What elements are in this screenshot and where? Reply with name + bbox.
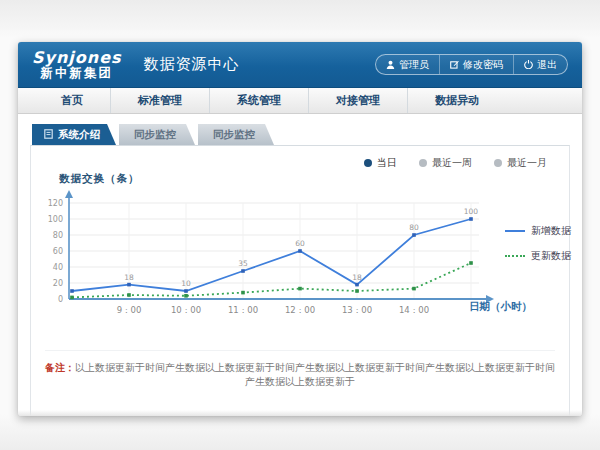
document-icon	[44, 129, 53, 141]
tab-label: 系统介绍	[58, 128, 100, 142]
edit-icon	[450, 60, 459, 69]
svg-text:18: 18	[124, 273, 134, 282]
svg-text:9：00: 9：00	[117, 305, 142, 315]
change-password-button[interactable]: 修改密码	[439, 55, 513, 74]
nav-item-label: 标准管理	[138, 93, 182, 108]
nav-item-interface-mgmt[interactable]: 对接管理	[308, 88, 407, 113]
time-range-filter: 当日 最近一周 最近一月	[31, 146, 569, 170]
svg-text:20: 20	[53, 279, 63, 288]
svg-text:80: 80	[53, 231, 63, 240]
tab-label: 同步监控	[213, 128, 255, 142]
svg-text:11：00: 11：00	[228, 305, 258, 315]
radio-label: 当日	[377, 156, 397, 170]
radio-dot-icon	[364, 159, 372, 167]
svg-text:100: 100	[48, 215, 63, 224]
radio-last-week[interactable]: 最近一周	[419, 156, 472, 170]
app-window: Synjones 新中新集团 数据资源中心 管理员 修改密码 退出	[18, 42, 582, 416]
nav-item-standard-mgmt[interactable]: 标准管理	[110, 88, 209, 113]
svg-text:10: 10	[181, 279, 191, 288]
svg-text:10：00: 10：00	[171, 305, 201, 315]
user-account-button[interactable]: 管理员	[376, 55, 439, 74]
svg-text:0: 0	[58, 295, 63, 304]
nav-item-label: 首页	[61, 93, 83, 108]
footnote: 备注：以上数据更新于时间产生数据以上数据更新于时间产生数据以上数据更新于时间产生…	[45, 350, 555, 389]
legend-label: 更新数据	[531, 249, 571, 263]
footnote-text: 以上数据更新于时间产生数据以上数据更新于时间产生数据以上数据更新于时间产生数据以…	[75, 362, 555, 387]
chart-panel: 当日 最近一周 最近一月 数据交换（条） 0204060801001209：00…	[30, 145, 570, 416]
legend-item-new-data[interactable]: 新增数据	[505, 224, 571, 238]
logo-brand-text: Synjones	[32, 50, 122, 67]
tab-label: 同步监控	[134, 128, 176, 142]
nav-item-home[interactable]: 首页	[34, 88, 110, 113]
nav-item-label: 对接管理	[336, 93, 380, 108]
main-nav: 首页 标准管理 系统管理 对接管理 数据异动	[18, 88, 582, 114]
window-bottom-edge	[18, 410, 582, 416]
svg-text:80: 80	[409, 223, 419, 232]
svg-text:60: 60	[295, 239, 305, 248]
tab-sync-monitor-2[interactable]: 同步监控	[198, 124, 274, 145]
svg-text:35: 35	[238, 259, 248, 268]
nav-item-label: 数据异动	[435, 93, 479, 108]
radio-last-month[interactable]: 最近一月	[494, 156, 547, 170]
logout-label: 退出	[537, 58, 557, 72]
svg-text:18: 18	[352, 273, 362, 282]
nav-item-label: 系统管理	[237, 93, 281, 108]
tab-sync-monitor-1[interactable]: 同步监控	[119, 124, 195, 145]
logo-company-name: 新中新集团	[32, 66, 122, 79]
svg-text:12：00: 12：00	[285, 305, 315, 315]
footnote-prefix: 备注：	[45, 362, 75, 373]
radio-label: 最近一月	[507, 156, 547, 170]
tab-system-intro[interactable]: 系统介绍	[32, 124, 116, 145]
radio-dot-icon	[494, 159, 502, 167]
content-area: 系统介绍 同步监控 同步监控 当日 最近一周	[18, 114, 582, 416]
nav-item-system-mgmt[interactable]: 系统管理	[209, 88, 308, 113]
solid-line-swatch-icon	[505, 230, 525, 232]
app-header: Synjones 新中新集团 数据资源中心 管理员 修改密码 退出	[18, 42, 582, 88]
svg-text:40: 40	[53, 263, 63, 272]
svg-text:100: 100	[464, 207, 479, 216]
svg-text:60: 60	[53, 247, 63, 256]
chart-legend: 新增数据 更新数据	[505, 224, 571, 274]
company-logo[interactable]: Synjones 新中新集团	[32, 50, 122, 80]
svg-text:14：00: 14：00	[399, 305, 429, 315]
legend-item-updated-data[interactable]: 更新数据	[505, 249, 571, 263]
tab-bar: 系统介绍 同步监控 同步监控	[30, 124, 570, 145]
user-account-label: 管理员	[399, 58, 429, 72]
svg-text:120: 120	[48, 199, 63, 208]
user-icon	[386, 60, 395, 69]
radio-label: 最近一周	[432, 156, 472, 170]
page-title: 数据资源中心	[144, 55, 240, 74]
radio-today[interactable]: 当日	[364, 156, 397, 170]
page-top-margin	[0, 0, 600, 30]
nav-item-data-change[interactable]: 数据异动	[407, 88, 506, 113]
line-chart: 0204060801001209：0010：0011：0012：0013：001…	[31, 188, 569, 336]
svg-text:13：00: 13：00	[342, 305, 372, 315]
x-axis-title: 日期（小时）	[469, 300, 532, 314]
line-chart-svg: 0204060801001209：0010：0011：0012：0013：001…	[39, 188, 499, 320]
y-axis-title: 数据交换（条）	[59, 172, 569, 186]
change-password-label: 修改密码	[463, 58, 503, 72]
power-icon	[524, 60, 533, 69]
dotted-line-swatch-icon	[505, 255, 525, 257]
legend-label: 新增数据	[531, 224, 571, 238]
logout-button[interactable]: 退出	[513, 55, 567, 74]
header-user-toolbar: 管理员 修改密码 退出	[375, 54, 568, 75]
radio-dot-icon	[419, 159, 427, 167]
